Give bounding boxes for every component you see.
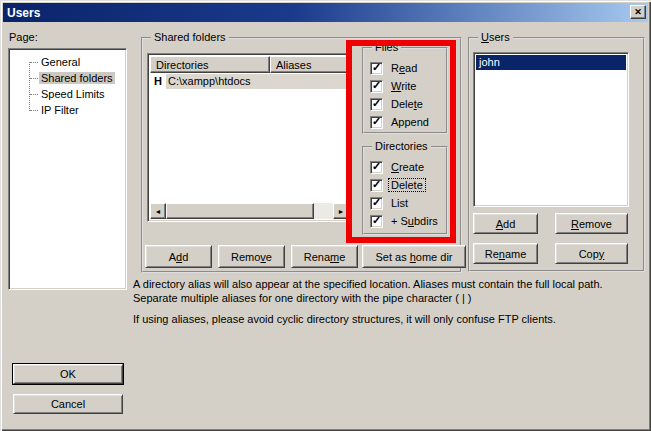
scroll-right-button[interactable]: ► — [333, 203, 349, 219]
directories-permissions-group: Directories ✓ Create ✓ Delete ✓ List ✓ +… — [362, 146, 448, 235]
rename-user-button[interactable]: Rename — [473, 243, 538, 264]
column-header-aliases[interactable]: Aliases — [270, 56, 349, 73]
checkbox-row-append[interactable]: ✓ Append — [370, 115, 431, 129]
copy-user-button[interactable]: Copy — [555, 243, 628, 264]
directory-path: C:\xampp\htdocs — [166, 74, 349, 89]
checkmark-icon: ✓ — [372, 215, 381, 226]
checkmark-icon: ✓ — [372, 80, 381, 91]
checkbox-row-delete-dirs[interactable]: ✓ Delete — [370, 178, 425, 192]
button-label: Rename — [485, 248, 527, 260]
add-user-button[interactable]: Add — [473, 213, 538, 234]
append-label: Append — [389, 116, 431, 128]
page-item-ip-filter[interactable]: IP Filter — [9, 102, 126, 118]
delete-files-label: Delete — [389, 98, 425, 110]
checkmark-icon: ✓ — [372, 197, 381, 208]
checkmark-icon: ✓ — [372, 98, 381, 109]
button-label: Rename — [304, 251, 346, 263]
create-checkbox[interactable]: ✓ — [370, 161, 383, 174]
checkbox-row-list[interactable]: ✓ List — [370, 196, 410, 210]
list-checkbox[interactable]: ✓ — [370, 197, 383, 210]
button-label: Add — [169, 251, 189, 263]
checkbox-row-delete-files[interactable]: ✓ Delete — [370, 97, 425, 111]
files-permissions-group: Files ✓ Read ✓ Write ✓ Delete ✓ Append — [362, 47, 448, 134]
delete-files-checkbox[interactable]: ✓ — [370, 98, 383, 111]
close-button[interactable]: ✕ — [630, 5, 646, 19]
column-header-directories[interactable]: Directories — [150, 56, 270, 73]
users-group-label: Users — [478, 31, 513, 43]
checkbox-row-read[interactable]: ✓ Read — [370, 61, 419, 75]
files-group-label: Files — [372, 41, 401, 53]
remove-directory-button[interactable]: Remove — [218, 245, 285, 268]
scroll-left-button[interactable]: ◄ — [150, 203, 166, 219]
append-checkbox[interactable]: ✓ — [370, 116, 383, 129]
subdirs-checkbox[interactable]: ✓ — [370, 215, 383, 228]
write-checkbox[interactable]: ✓ — [370, 80, 383, 93]
users-listbox: john — [473, 52, 629, 207]
directories-listview: Directories Aliases H C:\xampp\htdocs ◄ … — [147, 53, 352, 222]
page-item-shared-folders[interactable]: Shared folders — [9, 70, 126, 86]
cyclic-note-text: If using aliases, please avoid cyclic di… — [133, 312, 638, 326]
scroll-right-icon: ► — [338, 208, 345, 215]
add-directory-button[interactable]: Add — [145, 245, 212, 268]
rename-directory-button[interactable]: Rename — [291, 245, 358, 268]
page-tree: General Shared folders Speed Limits IP F… — [9, 49, 126, 289]
scrollbar-track[interactable] — [314, 203, 333, 219]
read-label: Read — [389, 62, 419, 74]
delete-dirs-label: Delete — [389, 179, 425, 191]
list-label: List — [389, 197, 410, 209]
scroll-left-icon: ◄ — [155, 208, 162, 215]
title-bar[interactable]: Users ✕ — [3, 3, 648, 22]
checkbox-row-write[interactable]: ✓ Write — [370, 79, 418, 93]
button-label: Add — [496, 218, 516, 230]
close-icon: ✕ — [634, 8, 642, 17]
users-dialog: Users ✕ Page: General Shared folders Spe… — [0, 0, 651, 431]
alias-note-text: A directory alias will also appear at th… — [133, 277, 638, 305]
set-as-home-dir-button[interactable]: Set as home dir — [362, 245, 466, 268]
page-listbox: General Shared folders Speed Limits IP F… — [8, 48, 127, 290]
page-item-speed-limits[interactable]: Speed Limits — [9, 86, 126, 102]
subdirs-label: + Subdirs — [389, 215, 440, 227]
checkmark-icon: ✓ — [372, 179, 381, 190]
checkbox-row-subdirs[interactable]: ✓ + Subdirs — [370, 214, 440, 228]
checkbox-row-create[interactable]: ✓ Create — [370, 160, 426, 174]
page-label: Page: — [9, 31, 38, 43]
ok-button[interactable]: OK — [13, 364, 123, 384]
checkmark-icon: ✓ — [372, 116, 381, 127]
button-label: Copy — [579, 248, 605, 260]
read-checkbox[interactable]: ✓ — [370, 62, 383, 75]
user-item-john[interactable]: john — [476, 55, 626, 70]
directory-row[interactable]: H C:\xampp\htdocs — [150, 73, 349, 89]
cancel-button[interactable]: Cancel — [13, 394, 123, 414]
page-item-general[interactable]: General — [9, 54, 126, 70]
create-label: Create — [389, 161, 426, 173]
button-label: Remove — [571, 218, 612, 230]
shared-folders-group-label: Shared folders — [151, 31, 229, 43]
checkmark-icon: ✓ — [372, 161, 381, 172]
checkmark-icon: ✓ — [372, 62, 381, 73]
listview-header: Directories Aliases — [150, 56, 349, 73]
delete-dirs-checkbox[interactable]: ✓ — [370, 179, 383, 192]
directories-group-label: Directories — [372, 140, 431, 152]
button-label: Set as home dir — [375, 251, 452, 263]
window-title: Users — [3, 6, 40, 20]
write-label: Write — [389, 80, 418, 92]
horizontal-scrollbar[interactable]: ◄ ► — [150, 203, 349, 219]
remove-user-button[interactable]: Remove — [555, 213, 628, 234]
scrollbar-thumb[interactable] — [166, 203, 314, 219]
home-marker: H — [150, 75, 162, 87]
button-label: Remove — [231, 251, 272, 263]
